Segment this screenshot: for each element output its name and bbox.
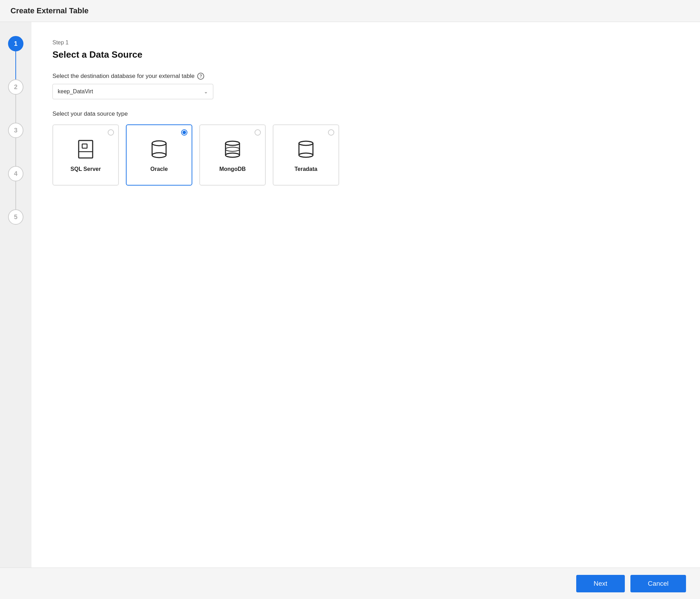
svg-point-3 [152,141,166,146]
header-title: Create External Table [10,6,88,15]
step-connector-4-5 [15,181,16,209]
step-connector-1-2 [15,51,16,79]
svg-rect-0 [79,140,93,158]
sql-server-icon [75,138,96,160]
svg-point-11 [226,147,240,151]
datasource-card-oracle[interactable]: Oracle [126,124,192,186]
teradata-label: Teradata [294,166,317,172]
sql-server-label: SQL Server [71,166,101,172]
mongodb-icon [222,138,243,160]
destination-dropdown[interactable]: keep_DataVirt ⌄ [52,84,213,99]
datasource-card-mongodb[interactable]: MongoDB [199,124,266,186]
oracle-icon [149,138,170,160]
svg-point-12 [299,141,313,145]
step-connector-2-3 [15,95,16,123]
app-header: Create External Table [0,0,700,22]
step-label: Step 1 [52,39,679,46]
chevron-down-icon: ⌄ [204,89,208,94]
svg-point-15 [299,153,313,157]
teradata-icon [295,138,316,160]
svg-point-6 [152,153,166,158]
svg-point-7 [226,141,240,145]
radio-mongodb[interactable] [255,129,261,136]
radio-oracle[interactable] [181,129,187,136]
destination-field-label: Select the destination database for your… [52,73,679,80]
mongodb-label: MongoDB [219,166,246,172]
help-icon[interactable]: ? [197,73,204,80]
stepper-sidebar: 1 2 3 4 5 [0,22,31,568]
step-circle-1[interactable]: 1 [8,36,23,51]
radio-sql-server[interactable] [108,129,114,136]
step-circle-5[interactable]: 5 [8,209,23,225]
step-item-1: 1 [8,36,23,79]
step-item-4: 4 [8,166,23,209]
step-item-5: 5 [8,209,23,225]
step-item-3: 3 [8,123,23,166]
main-content: Step 1 Select a Data Source Select the d… [31,22,700,568]
footer: Next Cancel [0,568,700,599]
next-button[interactable]: Next [576,575,625,592]
step-circle-4[interactable]: 4 [8,166,23,181]
step-title: Select a Data Source [52,49,679,60]
app-body: 1 2 3 4 5 Step 1 Select a Data Source Se… [0,22,700,568]
datasource-type-label: Select your data source type [52,110,679,117]
datasource-card-sql-server[interactable]: SQL Server [52,124,119,186]
datasource-grid: SQL Server Oracle [52,124,679,186]
svg-point-10 [226,153,240,157]
step-circle-2[interactable]: 2 [8,79,23,95]
step-item-2: 2 [8,79,23,123]
datasource-card-teradata[interactable]: Teradata [273,124,339,186]
svg-rect-1 [82,144,87,148]
step-connector-3-4 [15,138,16,166]
radio-teradata[interactable] [328,129,334,136]
oracle-label: Oracle [150,166,168,172]
destination-value: keep_DataVirt [58,88,93,95]
cancel-button[interactable]: Cancel [630,575,686,592]
step-circle-3[interactable]: 3 [8,123,23,138]
